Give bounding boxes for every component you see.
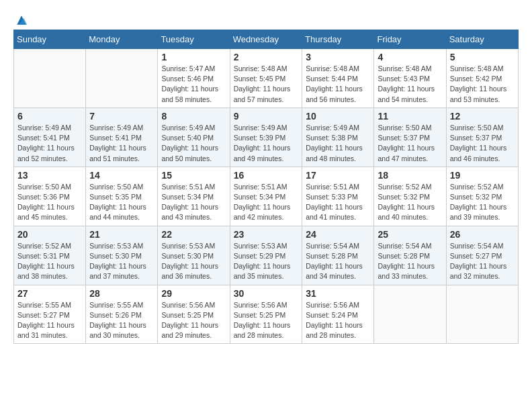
day-info: Sunrise: 5:47 AM Sunset: 5:46 PM Dayligh… xyxy=(161,64,226,105)
calendar-cell: 30Sunrise: 5:56 AM Sunset: 5:25 PM Dayli… xyxy=(230,285,302,344)
calendar-cell: 3Sunrise: 5:48 AM Sunset: 5:44 PM Daylig… xyxy=(302,49,374,108)
day-info: Sunrise: 5:49 AM Sunset: 5:39 PM Dayligh… xyxy=(234,123,299,164)
day-info: Sunrise: 5:55 AM Sunset: 5:26 PM Dayligh… xyxy=(89,300,154,341)
day-number: 4 xyxy=(378,52,442,62)
calendar-table: SundayMondayTuesdayWednesdayThursdayFrid… xyxy=(13,30,519,344)
day-info: Sunrise: 5:48 AM Sunset: 5:43 PM Dayligh… xyxy=(378,64,442,105)
calendar-cell: 27Sunrise: 5:55 AM Sunset: 5:27 PM Dayli… xyxy=(14,285,86,344)
day-info: Sunrise: 5:52 AM Sunset: 5:31 PM Dayligh… xyxy=(17,241,82,282)
day-number: 29 xyxy=(161,288,226,299)
day-number: 3 xyxy=(306,52,370,62)
day-number: 6 xyxy=(17,111,82,122)
day-info: Sunrise: 5:49 AM Sunset: 5:40 PM Dayligh… xyxy=(161,123,226,164)
logo xyxy=(13,13,28,23)
day-number: 24 xyxy=(306,229,370,240)
calendar-week-row: 13Sunrise: 5:50 AM Sunset: 5:36 PM Dayli… xyxy=(14,167,519,226)
calendar-cell: 28Sunrise: 5:55 AM Sunset: 5:26 PM Dayli… xyxy=(86,285,158,344)
calendar-header-row: SundayMondayTuesdayWednesdayThursdayFrid… xyxy=(14,30,519,49)
calendar-cell: 29Sunrise: 5:56 AM Sunset: 5:25 PM Dayli… xyxy=(158,285,230,344)
day-info: Sunrise: 5:50 AM Sunset: 5:36 PM Dayligh… xyxy=(17,182,82,223)
day-number: 11 xyxy=(378,111,442,122)
calendar-week-row: 1Sunrise: 5:47 AM Sunset: 5:46 PM Daylig… xyxy=(14,49,519,108)
calendar-week-row: 6Sunrise: 5:49 AM Sunset: 5:41 PM Daylig… xyxy=(14,107,519,167)
calendar-cell: 6Sunrise: 5:49 AM Sunset: 5:41 PM Daylig… xyxy=(14,107,86,167)
calendar-cell: 12Sunrise: 5:50 AM Sunset: 5:37 PM Dayli… xyxy=(446,107,518,167)
day-number: 5 xyxy=(450,52,515,62)
day-number: 18 xyxy=(378,170,442,181)
calendar-cell xyxy=(86,49,158,108)
day-number: 20 xyxy=(17,229,82,240)
calendar-cell: 15Sunrise: 5:51 AM Sunset: 5:34 PM Dayli… xyxy=(158,167,230,226)
calendar-cell: 11Sunrise: 5:50 AM Sunset: 5:37 PM Dayli… xyxy=(374,107,446,167)
calendar-cell: 8Sunrise: 5:49 AM Sunset: 5:40 PM Daylig… xyxy=(158,107,230,167)
day-number: 26 xyxy=(450,229,515,240)
calendar-cell xyxy=(374,285,446,344)
calendar-week-row: 20Sunrise: 5:52 AM Sunset: 5:31 PM Dayli… xyxy=(14,226,519,285)
day-of-week-header: Tuesday xyxy=(158,30,230,49)
day-info: Sunrise: 5:56 AM Sunset: 5:24 PM Dayligh… xyxy=(306,300,370,341)
day-number: 9 xyxy=(234,111,299,122)
day-number: 2 xyxy=(234,52,299,62)
calendar-cell: 9Sunrise: 5:49 AM Sunset: 5:39 PM Daylig… xyxy=(230,107,302,167)
day-number: 15 xyxy=(161,170,226,181)
calendar-cell xyxy=(446,285,518,344)
calendar-cell: 20Sunrise: 5:52 AM Sunset: 5:31 PM Dayli… xyxy=(14,226,86,285)
day-number: 30 xyxy=(234,288,299,299)
day-number: 22 xyxy=(161,229,226,240)
day-number: 19 xyxy=(450,170,515,181)
day-info: Sunrise: 5:51 AM Sunset: 5:33 PM Dayligh… xyxy=(306,182,370,223)
logo-icon xyxy=(15,13,28,27)
day-number: 28 xyxy=(89,288,154,299)
day-of-week-header: Sunday xyxy=(14,30,86,49)
day-info: Sunrise: 5:53 AM Sunset: 5:30 PM Dayligh… xyxy=(89,241,154,282)
day-of-week-header: Friday xyxy=(374,30,446,49)
day-info: Sunrise: 5:49 AM Sunset: 5:38 PM Dayligh… xyxy=(306,123,370,164)
day-number: 27 xyxy=(17,288,82,299)
day-number: 31 xyxy=(306,288,370,299)
calendar-cell: 18Sunrise: 5:52 AM Sunset: 5:32 PM Dayli… xyxy=(374,167,446,226)
day-number: 16 xyxy=(234,170,299,181)
calendar-cell: 13Sunrise: 5:50 AM Sunset: 5:36 PM Dayli… xyxy=(14,167,86,226)
day-number: 23 xyxy=(234,229,299,240)
day-info: Sunrise: 5:55 AM Sunset: 5:27 PM Dayligh… xyxy=(17,300,82,341)
calendar-cell: 14Sunrise: 5:50 AM Sunset: 5:35 PM Dayli… xyxy=(86,167,158,226)
page-header xyxy=(13,13,519,23)
calendar-cell: 4Sunrise: 5:48 AM Sunset: 5:43 PM Daylig… xyxy=(374,49,446,108)
day-number: 25 xyxy=(378,229,442,240)
calendar-cell: 5Sunrise: 5:48 AM Sunset: 5:42 PM Daylig… xyxy=(446,49,518,108)
day-number: 7 xyxy=(89,111,154,122)
day-info: Sunrise: 5:48 AM Sunset: 5:45 PM Dayligh… xyxy=(234,64,299,105)
day-info: Sunrise: 5:54 AM Sunset: 5:28 PM Dayligh… xyxy=(378,241,442,282)
day-info: Sunrise: 5:53 AM Sunset: 5:29 PM Dayligh… xyxy=(234,241,299,282)
day-of-week-header: Saturday xyxy=(446,30,518,49)
day-info: Sunrise: 5:48 AM Sunset: 5:42 PM Dayligh… xyxy=(450,64,515,105)
day-info: Sunrise: 5:51 AM Sunset: 5:34 PM Dayligh… xyxy=(234,182,299,223)
calendar-cell: 22Sunrise: 5:53 AM Sunset: 5:30 PM Dayli… xyxy=(158,226,230,285)
day-info: Sunrise: 5:48 AM Sunset: 5:44 PM Dayligh… xyxy=(306,64,370,105)
day-number: 14 xyxy=(89,170,154,181)
day-info: Sunrise: 5:56 AM Sunset: 5:25 PM Dayligh… xyxy=(161,300,226,341)
day-info: Sunrise: 5:49 AM Sunset: 5:41 PM Dayligh… xyxy=(89,123,154,164)
calendar-cell: 10Sunrise: 5:49 AM Sunset: 5:38 PM Dayli… xyxy=(302,107,374,167)
day-of-week-header: Wednesday xyxy=(230,30,302,49)
calendar-cell: 16Sunrise: 5:51 AM Sunset: 5:34 PM Dayli… xyxy=(230,167,302,226)
day-info: Sunrise: 5:54 AM Sunset: 5:27 PM Dayligh… xyxy=(450,241,515,282)
calendar-cell: 17Sunrise: 5:51 AM Sunset: 5:33 PM Dayli… xyxy=(302,167,374,226)
day-number: 12 xyxy=(450,111,515,122)
calendar-cell: 21Sunrise: 5:53 AM Sunset: 5:30 PM Dayli… xyxy=(86,226,158,285)
day-of-week-header: Monday xyxy=(86,30,158,49)
calendar-cell: 1Sunrise: 5:47 AM Sunset: 5:46 PM Daylig… xyxy=(158,49,230,108)
day-info: Sunrise: 5:53 AM Sunset: 5:30 PM Dayligh… xyxy=(161,241,226,282)
day-info: Sunrise: 5:50 AM Sunset: 5:37 PM Dayligh… xyxy=(378,123,442,164)
calendar-cell: 23Sunrise: 5:53 AM Sunset: 5:29 PM Dayli… xyxy=(230,226,302,285)
day-number: 13 xyxy=(17,170,82,181)
day-info: Sunrise: 5:49 AM Sunset: 5:41 PM Dayligh… xyxy=(17,123,82,164)
calendar-cell: 26Sunrise: 5:54 AM Sunset: 5:27 PM Dayli… xyxy=(446,226,518,285)
calendar-cell: 25Sunrise: 5:54 AM Sunset: 5:28 PM Dayli… xyxy=(374,226,446,285)
day-of-week-header: Thursday xyxy=(302,30,374,49)
day-info: Sunrise: 5:52 AM Sunset: 5:32 PM Dayligh… xyxy=(450,182,515,223)
day-info: Sunrise: 5:50 AM Sunset: 5:35 PM Dayligh… xyxy=(89,182,154,223)
day-number: 21 xyxy=(89,229,154,240)
calendar-cell: 31Sunrise: 5:56 AM Sunset: 5:24 PM Dayli… xyxy=(302,285,374,344)
day-number: 8 xyxy=(161,111,226,122)
